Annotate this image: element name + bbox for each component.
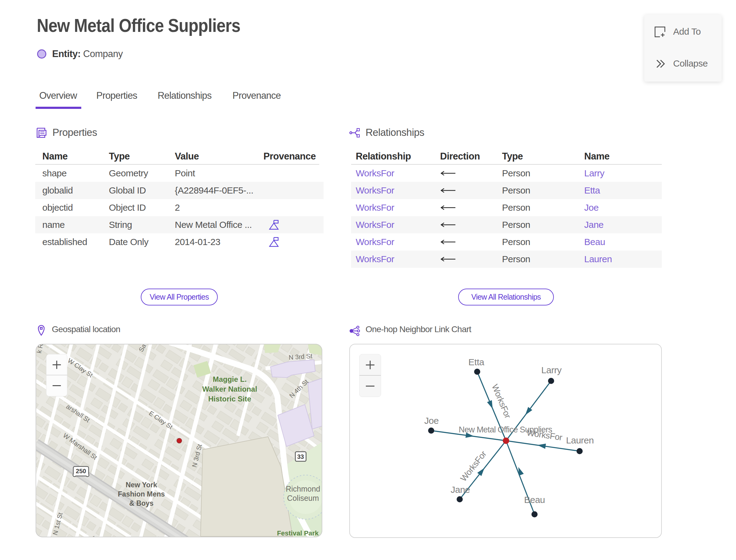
svg-text:Joe: Joe: [424, 416, 439, 426]
svg-text:Jane: Jane: [450, 485, 470, 495]
svg-text:Fashion Mens: Fashion Mens: [118, 490, 165, 498]
svg-text:Historic Site: Historic Site: [208, 395, 251, 403]
svg-text:Larry: Larry: [541, 365, 562, 375]
svg-text:Beau: Beau: [524, 495, 545, 505]
svg-text:New York: New York: [126, 481, 157, 489]
svg-text:33: 33: [297, 453, 304, 460]
svg-text:250: 250: [76, 468, 86, 474]
svg-text:& Boys: & Boys: [129, 499, 153, 507]
svg-text:Maggie L.: Maggie L.: [213, 375, 247, 383]
svg-text:Festival Park: Festival Park: [277, 529, 319, 537]
svg-text:Richmond: Richmond: [286, 485, 320, 493]
svg-text:Walker National: Walker National: [202, 385, 257, 393]
svg-text:Lauren: Lauren: [566, 435, 594, 445]
svg-text:Etta: Etta: [468, 357, 484, 367]
svg-text:Coliseum: Coliseum: [287, 494, 319, 502]
